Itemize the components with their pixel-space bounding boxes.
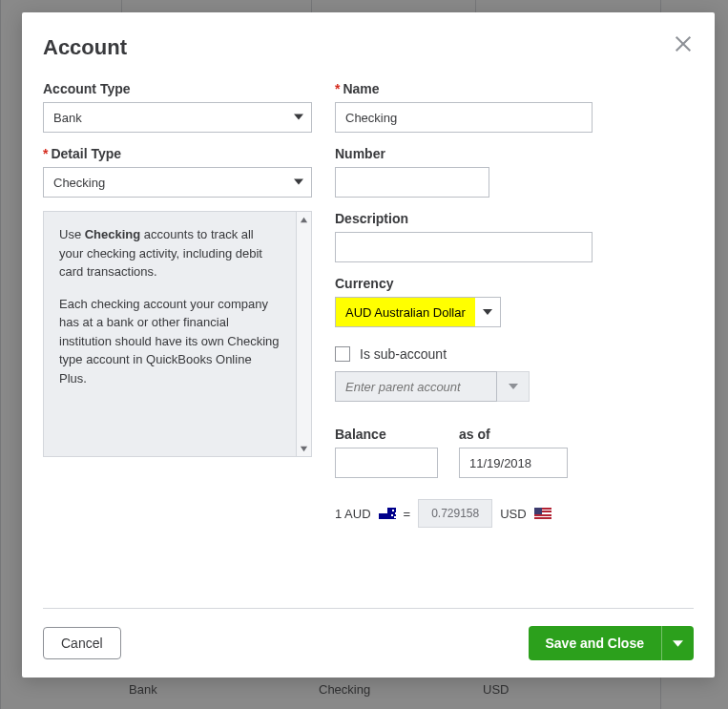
caret-down-icon xyxy=(294,111,303,125)
exchange-rate-row: 1 AUD = 0.729158 USD xyxy=(335,499,694,528)
caret-down-icon xyxy=(294,176,303,190)
currency-select[interactable]: AUD Australian Dollar xyxy=(335,297,501,327)
rate-equals: = xyxy=(404,507,411,521)
cancel-button[interactable]: Cancel xyxy=(43,627,121,659)
account-modal: Account Account Type Bank Detail Type Ch… xyxy=(22,12,715,678)
help-paragraph-1: Use Checking accounts to track all your … xyxy=(59,225,281,282)
exchange-rate-value: 0.729158 xyxy=(418,499,492,528)
rate-rhs-currency: USD xyxy=(500,507,526,521)
parent-account-dropdown xyxy=(497,371,530,402)
as-of-label: as of xyxy=(459,427,568,442)
account-type-value: Bank xyxy=(53,111,82,125)
save-split-dropdown[interactable] xyxy=(661,626,694,660)
currency-value: AUD Australian Dollar xyxy=(336,298,475,326)
detail-type-select[interactable]: Checking xyxy=(43,167,312,198)
balance-input[interactable] xyxy=(335,448,438,478)
scroll-up-icon[interactable] xyxy=(297,212,311,227)
number-input[interactable] xyxy=(335,167,489,198)
balance-label: Balance xyxy=(335,427,438,442)
svg-marker-5 xyxy=(301,446,307,450)
scroll-down-icon[interactable] xyxy=(297,441,311,456)
name-input[interactable] xyxy=(335,102,593,133)
save-and-close-button[interactable]: Save and Close xyxy=(529,626,695,660)
parent-account-input xyxy=(335,371,497,402)
rate-lhs: 1 AUD xyxy=(335,507,371,521)
detail-type-value: Checking xyxy=(53,176,105,190)
currency-label: Currency xyxy=(335,276,694,291)
number-label: Number xyxy=(335,146,694,161)
as-of-date-input[interactable] xyxy=(459,448,568,478)
account-type-select[interactable]: Bank xyxy=(43,102,312,133)
modal-title: Account xyxy=(43,35,694,60)
account-type-label: Account Type xyxy=(43,81,312,96)
svg-marker-6 xyxy=(483,309,492,315)
is-sub-account-checkbox[interactable] xyxy=(335,346,350,362)
svg-marker-7 xyxy=(509,384,518,389)
svg-marker-3 xyxy=(294,179,303,185)
description-input[interactable] xyxy=(335,232,593,262)
detail-type-label: Detail Type xyxy=(43,146,312,161)
footer-divider xyxy=(43,608,694,609)
svg-marker-4 xyxy=(301,217,307,221)
help-scrollbar[interactable] xyxy=(296,212,311,456)
flag-us-icon xyxy=(534,508,551,519)
detail-type-help: Use Checking accounts to track all your … xyxy=(43,211,312,457)
name-label: Name xyxy=(335,81,694,96)
help-paragraph-2: Each checking account your company has a… xyxy=(59,295,281,388)
caret-down-icon xyxy=(475,298,500,326)
flag-au-icon xyxy=(379,508,396,519)
is-sub-account-label: Is sub-account xyxy=(360,346,447,362)
description-label: Description xyxy=(335,211,694,226)
svg-marker-2 xyxy=(294,115,303,120)
caret-down-icon xyxy=(673,638,683,649)
svg-marker-8 xyxy=(673,640,683,647)
